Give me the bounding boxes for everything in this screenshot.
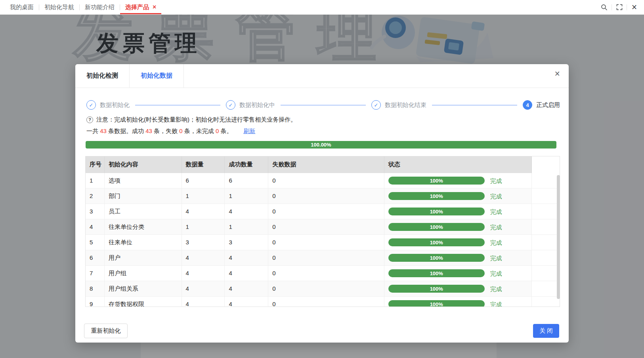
topbar-tab-3[interactable]: 新功能介绍 — [80, 0, 120, 14]
close-button[interactable]: 关 闭 — [533, 324, 559, 338]
screen: 发票管理 发票管理 我的桌面初始化导航新功能介绍选择产品× × — [0, 0, 644, 358]
cell-index: 2 — [86, 189, 105, 204]
step-check-icon: ✓ — [226, 100, 235, 110]
step-label: 数据初始化 — [100, 101, 130, 109]
table-scrollbar[interactable] — [557, 175, 560, 299]
cell-failed: 0 — [268, 266, 384, 281]
row-progress-bar: 100% — [388, 208, 485, 215]
cell-blank — [532, 235, 560, 250]
topbar-tab-2[interactable]: 初始化导航 — [39, 0, 79, 14]
step-check-icon: ✓ — [371, 100, 381, 110]
init-table: 序号初始化内容数据量成功数量失败数据状态 1选项660100%完成2部门1101… — [85, 156, 560, 307]
topbar-tab-label: 我的桌面 — [10, 4, 34, 11]
topbar-tab-label: 新功能介绍 — [85, 4, 115, 11]
cell-index: 5 — [86, 235, 105, 250]
cell-content: 员工 — [105, 204, 182, 219]
cell-status: 100%完成 — [384, 250, 532, 265]
table-body: 1选项660100%完成2部门110100%完成3员工440100%完成4往来单… — [86, 173, 560, 307]
cell-total: 1 — [182, 219, 225, 234]
search-icon[interactable] — [597, 0, 612, 14]
table-row: 3员工440100%完成 — [86, 204, 560, 219]
modal-close-icon[interactable]: × — [555, 69, 560, 78]
column-header: 序号 — [86, 156, 105, 173]
active-tab-underline — [120, 13, 161, 14]
row-progress-bar: 100% — [388, 269, 485, 277]
column-header: 失败数据 — [268, 156, 384, 173]
row-status-label: 完成 — [490, 209, 502, 215]
reinitialize-button[interactable]: 重新初始化 — [84, 324, 128, 338]
cell-content: 用户组 — [105, 266, 182, 281]
row-status-label: 完成 — [490, 286, 502, 292]
cell-failed: 0 — [268, 297, 384, 307]
summary-fragment: 条数据。成功 — [107, 128, 145, 134]
dialog-tabs: 初始化检测 初始化数据 — [75, 64, 569, 88]
cell-total: 4 — [182, 266, 225, 281]
step-label: 正式启用 — [536, 101, 560, 109]
cell-total: 3 — [182, 235, 225, 250]
cell-content: 选项 — [105, 173, 182, 188]
topbar-tab-4[interactable]: 选择产品× — [120, 0, 161, 14]
cell-success: 1 — [225, 219, 268, 234]
step-4: 4正式启用 — [523, 100, 560, 110]
cell-total: 4 — [182, 204, 225, 219]
table-row: 1选项660100%完成 — [86, 173, 560, 189]
table-header-row: 序号初始化内容数据量成功数量失败数据状态 — [86, 156, 560, 173]
tab-init-check[interactable]: 初始化检测 — [75, 64, 130, 88]
tab-label: 初始化数据 — [141, 72, 172, 80]
table-row: 8用户组关系440100%完成 — [86, 281, 560, 297]
cell-blank — [532, 250, 560, 265]
row-progress-label: 100% — [430, 286, 443, 291]
table-row: 4往来单位分类110100%完成 — [86, 219, 560, 235]
row-progress-bar: 100% — [388, 254, 485, 262]
summary-count: 0 — [216, 128, 219, 134]
topbar-tab-1[interactable]: 我的桌面 — [5, 0, 39, 14]
refresh-link[interactable]: 刷新 — [243, 128, 255, 135]
tab-init-data[interactable]: 初始化数据 — [130, 64, 184, 88]
cell-status: 100%完成 — [384, 204, 532, 219]
column-header: 数据量 — [182, 156, 225, 173]
summary-text: 一共 43 条数据。成功 43 条，失败 0 条，未完成 0 条。 — [86, 128, 232, 135]
cell-success: 4 — [225, 266, 268, 281]
summary-row: 一共 43 条数据。成功 43 条，失败 0 条，未完成 0 条。 刷新 — [86, 126, 255, 136]
cell-status: 100%完成 — [384, 189, 532, 204]
summary-fragment: 条。 — [219, 128, 232, 134]
row-status-label: 完成 — [490, 240, 502, 246]
row-progress-label: 100% — [430, 255, 443, 261]
summary-fragment: 条，未完成 — [183, 128, 216, 134]
row-progress-label: 100% — [430, 209, 443, 214]
column-header: 初始化内容 — [105, 156, 182, 173]
topbar-tab-label: 选择产品 — [125, 4, 149, 11]
summary-fragment: 一共 — [86, 128, 100, 134]
cell-total: 4 — [182, 281, 225, 296]
cell-status: 100%完成 — [384, 266, 532, 281]
step-1: ✓数据初始化 — [86, 100, 130, 110]
close-glyph: × — [632, 3, 637, 12]
row-progress-label: 100% — [430, 225, 443, 230]
cell-index: 3 — [86, 204, 105, 219]
cell-status: 100%完成 — [384, 281, 532, 296]
row-progress-label: 100% — [430, 240, 443, 245]
fullscreen-icon[interactable] — [612, 0, 627, 14]
step-connector — [432, 105, 517, 105]
row-progress-bar: 100% — [388, 177, 485, 185]
row-status-label: 完成 — [490, 255, 502, 261]
row-progress-label: 100% — [430, 194, 443, 199]
summary-count: 43 — [145, 128, 152, 134]
topbar: 我的桌面初始化导航新功能介绍选择产品× × — [0, 0, 644, 15]
close-icon[interactable]: × — [627, 0, 642, 14]
cell-status: 100%完成 — [384, 297, 532, 307]
step-3: ✓数据初始化结束 — [371, 100, 426, 110]
row-status-label: 完成 — [490, 270, 502, 276]
table-row: 9存货数据权限440100%完成 — [86, 297, 560, 307]
row-status-label: 完成 — [490, 193, 502, 199]
cell-success: 4 — [225, 204, 268, 219]
cell-success: 4 — [225, 250, 268, 265]
cell-blank — [532, 281, 560, 296]
tab-close-icon[interactable]: × — [153, 4, 156, 10]
table-row: 5往来单位330100%完成 — [86, 235, 560, 250]
summary-count: 43 — [100, 128, 107, 134]
cell-status: 100%完成 — [384, 173, 532, 188]
cell-index: 9 — [86, 297, 105, 307]
cell-content: 存货数据权限 — [105, 297, 182, 307]
cell-success: 1 — [225, 189, 268, 204]
